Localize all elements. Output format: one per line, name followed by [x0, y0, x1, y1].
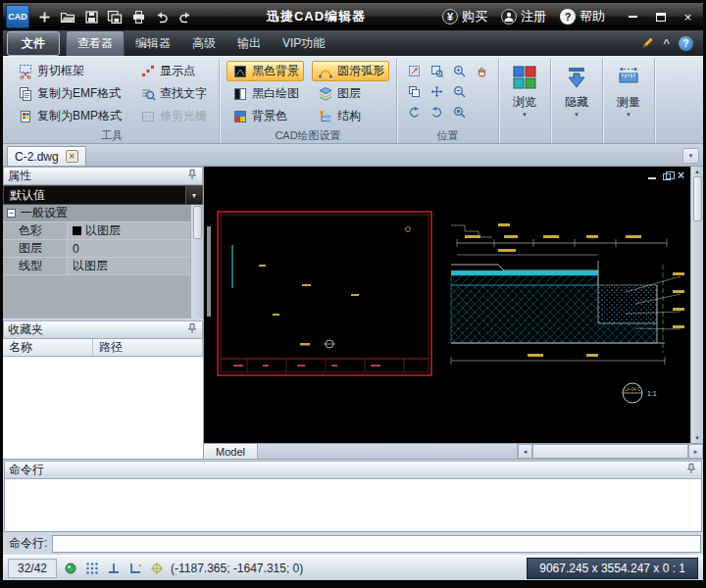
property-row-linetype[interactable]: 线型 以图层: [3, 258, 190, 275]
maximize-button[interactable]: [648, 8, 673, 26]
cut-frame-button[interactable]: 剪切框架: [12, 61, 126, 81]
edit-pencil-icon[interactable]: [641, 35, 655, 52]
rotate-cw-icon: [430, 106, 443, 119]
bw-drawing-button[interactable]: 黑白绘图: [227, 83, 304, 104]
measure-dropdown-icon[interactable]: ▼: [626, 112, 631, 118]
file-menu-button[interactable]: 文件: [7, 31, 60, 56]
scroll-up-icon[interactable]: ▲: [694, 168, 700, 175]
property-value: 0: [68, 240, 190, 257]
pan-dynamic-button[interactable]: [427, 82, 446, 101]
canvas-horizontal-scrollbar[interactable]: ◄ ►: [517, 444, 703, 459]
pan-hand-icon: [476, 65, 488, 77]
close-button[interactable]: ×: [676, 8, 700, 26]
mdi-close-icon[interactable]: ×: [678, 170, 684, 181]
hide-button[interactable]: 隐藏 ▼: [554, 61, 599, 143]
tree-expander-icon[interactable]: −: [7, 209, 16, 218]
rotate-cw-button[interactable]: [427, 103, 446, 122]
tab-editor[interactable]: 编辑器: [125, 31, 181, 56]
rotate-ccw-button[interactable]: [404, 103, 424, 122]
rotate-ccw-icon: [408, 106, 421, 119]
new-file-button[interactable]: [33, 6, 55, 27]
minimize-button[interactable]: [621, 8, 645, 26]
property-row-color[interactable]: 色彩 以图层: [3, 222, 190, 240]
copy-bmp-label: 复制为BMP格式: [37, 108, 122, 124]
find-text-button[interactable]: 查找文字: [134, 83, 212, 104]
scroll-right-icon[interactable]: ►: [688, 444, 703, 459]
copy-bmp-button[interactable]: 复制为BMP格式: [12, 106, 126, 126]
preset-dropdown[interactable]: 默认值 ▼: [3, 185, 203, 205]
print-button[interactable]: [127, 6, 149, 27]
zoom-in-button[interactable]: [449, 62, 469, 80]
tab-list-dropdown[interactable]: ▼: [682, 148, 699, 164]
register-button[interactable]: 注册: [501, 8, 546, 25]
column-header-name[interactable]: 名称: [3, 339, 93, 356]
ribbon-help-icon[interactable]: ?: [679, 36, 693, 51]
hide-dropdown-icon[interactable]: ▼: [574, 112, 580, 118]
command-input[interactable]: [52, 535, 701, 553]
document-tab[interactable]: C-2.dwg ×: [7, 146, 86, 166]
scrollbar-thumb[interactable]: [693, 176, 702, 221]
save-button[interactable]: [80, 6, 102, 27]
redo-button[interactable]: [175, 6, 196, 27]
smooth-arc-button[interactable]: 圆滑弧形: [312, 61, 389, 81]
tab-viewer[interactable]: 查看器: [66, 30, 125, 56]
command-panel: 命令行 命令行:: [3, 459, 703, 555]
save-all-button[interactable]: [104, 6, 126, 27]
column-header-path[interactable]: 路径: [93, 339, 203, 356]
previous-view-button[interactable]: [404, 82, 424, 101]
document-tab-label: C-2.dwg: [15, 150, 59, 164]
grid-icon[interactable]: [84, 561, 100, 576]
copy-emf-button[interactable]: 复制为EMF格式: [12, 83, 126, 104]
scroll-left-icon[interactable]: ◄: [518, 444, 532, 459]
trim-raster-button[interactable]: 修剪光栅: [134, 106, 212, 126]
mdi-restore-icon[interactable]: [663, 173, 671, 180]
ribbon-group-tools: 剪切框架 复制为EMF格式 复制为BMP格式 显示点: [5, 59, 220, 143]
favorites-pin-icon[interactable]: [186, 322, 198, 337]
tab-output[interactable]: 输出: [227, 31, 272, 56]
show-points-button[interactable]: 显示点: [134, 61, 212, 81]
properties-pin-icon[interactable]: [186, 169, 198, 183]
help-button[interactable]: ? 帮助: [560, 8, 605, 25]
zoom-selection-button[interactable]: [449, 103, 469, 122]
pan-dynamic-icon: [430, 85, 443, 98]
command-pin-icon[interactable]: [685, 463, 697, 477]
background-color-icon: [231, 109, 248, 124]
zoom-out-button[interactable]: [449, 82, 469, 101]
document-tab-close-icon[interactable]: ×: [66, 150, 78, 163]
properties-title: 属性: [8, 168, 31, 184]
scroll-down-icon[interactable]: ▼: [694, 434, 700, 442]
browse-button[interactable]: 浏览 ▼: [502, 61, 547, 143]
undo-button[interactable]: [151, 6, 173, 27]
collapse-ribbon-icon[interactable]: ^: [664, 37, 670, 49]
zoom-window-button[interactable]: [427, 62, 446, 80]
pan-button[interactable]: [472, 62, 491, 80]
black-background-button[interactable]: 黑色背景: [227, 61, 304, 81]
tab-advanced[interactable]: 高级: [181, 31, 227, 56]
model-tab[interactable]: Model: [204, 444, 258, 459]
zoom-extents-button[interactable]: [404, 62, 424, 80]
command-history[interactable]: [4, 479, 702, 532]
background-color-button[interactable]: 背景色: [227, 106, 304, 126]
favorites-columns: 名称 路径: [3, 339, 203, 357]
buy-button[interactable]: ¥ 购买: [442, 8, 487, 25]
drawing-viewport[interactable]: LA-04-C 1:1 ×: [204, 167, 690, 443]
tree-group-row[interactable]: − 一般设置: [3, 205, 190, 222]
polar-icon[interactable]: [127, 561, 143, 576]
browse-dropdown-icon[interactable]: ▼: [522, 112, 528, 118]
mdi-minimize-icon[interactable]: [648, 177, 656, 179]
layers-button[interactable]: 图层: [312, 83, 389, 104]
measure-button[interactable]: 测量 ▼: [606, 61, 651, 143]
favorites-list[interactable]: [3, 357, 203, 459]
osnap-icon[interactable]: [63, 561, 78, 576]
zoom-window-icon: [430, 65, 443, 77]
scrollbar-thumb[interactable]: [532, 444, 688, 459]
property-row-layer[interactable]: 图层 0: [3, 240, 190, 258]
tab-vip[interactable]: VIP功能: [272, 31, 335, 56]
structure-button[interactable]: 结构: [312, 106, 389, 126]
ortho-icon[interactable]: [106, 561, 122, 576]
canvas-vertical-scrollbar[interactable]: ▲ ▼: [690, 167, 703, 443]
scrollbar-thumb[interactable]: [193, 206, 202, 239]
open-file-button[interactable]: [57, 6, 78, 27]
ribbon-group-measure: 测量 ▼: [603, 59, 655, 143]
properties-scrollbar[interactable]: [190, 205, 203, 318]
